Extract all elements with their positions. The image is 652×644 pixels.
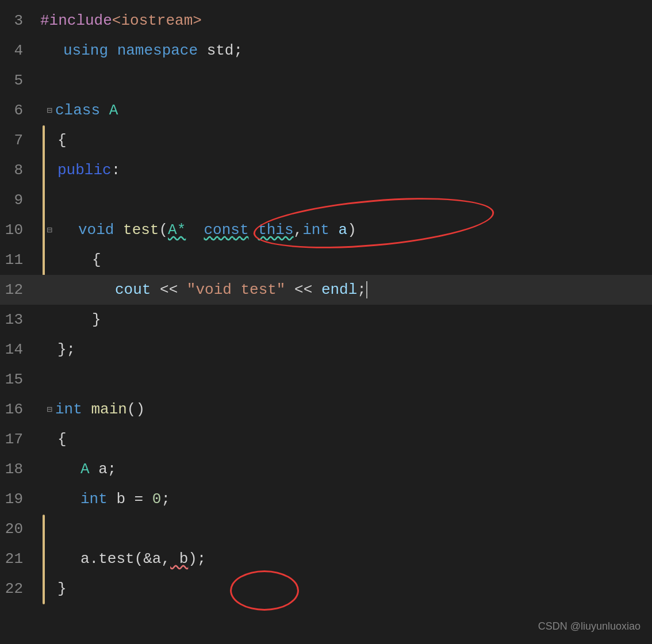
this-keyword: this [258,221,293,239]
line-content-3: #include<iostream> [34,12,652,29]
fold-icon-16[interactable]: ⊟ [45,405,54,414]
endl-keyword: endl [321,281,357,298]
line-num-7: 7 [0,132,34,149]
line-content-12: cout << "void test" << endl ; ​ [34,281,652,298]
class-end: }; [57,341,75,358]
std-name: std; [198,42,243,59]
space [100,102,109,119]
semicolon-b: ; [161,490,170,508]
using-keyword: using [63,42,108,59]
line-num-20: 20 [0,520,34,538]
type-A-star: A* [168,221,186,239]
namespace-keyword: namespace [117,42,198,59]
string-literal: "void test" [187,281,286,298]
line-content-6: ⊟ class A [34,102,652,119]
main-function: main [91,401,126,418]
code-line-6: 6 ⊟ class A [0,95,652,125]
line-content-10: ⊟ void test ( A* const this , int a ) [34,221,652,239]
fold-icon-6[interactable]: ⊟ [45,106,54,115]
code-line-15: 15 [0,365,652,394]
main-parens: () [127,401,145,418]
const-keyword: const [204,221,249,239]
line-content-8: public : [34,162,652,179]
watermark: CSDN @liuyunluoxiao [538,620,641,632]
line-num-22: 22 [0,580,34,597]
preprocessor-directive: #include [40,12,112,29]
type-A-var: A [80,461,90,478]
code-line-14: 14 }; [0,335,652,365]
line-content-11: { [34,251,652,269]
line-content-14: }; [34,341,652,358]
stream-op1: << [151,281,186,298]
line-content-17: { [34,431,652,448]
int-keyword-main: int [55,401,82,418]
line-num-10: 10 [0,221,34,239]
line-num-4: 4 [0,42,34,59]
open-brace-main: { [57,431,67,448]
code-editor: 3 #include<iostream> 4 using namespace s… [0,0,652,610]
line-content-4: using namespace std; [34,42,652,59]
line-content-19: int b = 0 ; [34,490,652,508]
cursor: ​ [366,281,367,298]
line-num-18: 18 [0,461,34,478]
code-line-19: 19 int b = 0 ; [0,484,652,514]
line-num-3: 3 [0,12,34,29]
line-num-13: 13 [0,311,34,328]
close-brace-fn: } [92,311,101,328]
var-a-decl: a; [90,461,117,478]
test-function: test [123,221,159,239]
code-line-4: 4 using namespace std; [0,36,652,66]
space: b = [108,490,152,508]
code-line-9: 9 [0,185,652,215]
amp-a: &a, [143,550,170,568]
line-num-5: 5 [0,72,34,89]
line-num-17: 17 [0,431,34,448]
int-keyword-param: int [302,221,329,239]
line-content-16: ⊟ int main () [34,401,652,418]
code-line-22: 22 } [0,574,652,604]
public-keyword: public [57,162,112,179]
semicolon: ; [357,281,366,298]
code-line-21: 21 a.test( &a, b ); [0,544,652,574]
line-num-12: 12 [0,281,34,298]
open-paren: ( [159,221,168,239]
cout-keyword: cout [115,281,151,298]
line-num-8: 8 [0,162,34,179]
space [82,401,91,418]
space [114,221,123,239]
line-content-13: } [34,311,652,328]
stream-op2: << [285,281,321,298]
line-content-21: a.test( &a, b ); [34,550,652,568]
code-line-10: 10 ⊟ void test ( A* const this , int a ) [0,215,652,245]
open-brace-fn: { [92,251,101,269]
close-paren: ) [347,221,356,239]
comma: , [294,221,303,239]
void-keyword: void [78,221,114,239]
class-keyword: class [55,102,100,119]
code-line-17: 17 { [0,424,652,454]
code-line-3: 3 #include<iostream> [0,6,652,36]
line-num-19: 19 [0,490,34,508]
space [108,42,117,59]
fold-icon-10[interactable]: ⊟ [45,225,54,235]
code-line-11: 11 { [0,245,652,275]
line-num-21: 21 [0,550,34,568]
close-call: ); [188,550,206,568]
space4 [329,221,339,239]
line-content-22: } [34,580,652,597]
line-num-15: 15 [0,371,34,388]
code-line-18: 18 A a; [0,454,652,484]
class-name-A: A [109,102,118,119]
close-brace-main: } [57,580,67,597]
colon: : [112,162,121,179]
line-num-6: 6 [0,102,34,119]
code-line-5: 5 [0,66,652,95]
include-file: <iostream> [112,12,202,29]
code-line-8: 8 public : [0,155,652,185]
zero-literal: 0 [152,490,162,508]
code-line-16: 16 ⊟ int main () [0,394,652,424]
space3 [249,221,258,239]
line-num-9: 9 [0,191,34,209]
squiggly-b: b [170,550,188,568]
line-num-11: 11 [0,251,34,269]
